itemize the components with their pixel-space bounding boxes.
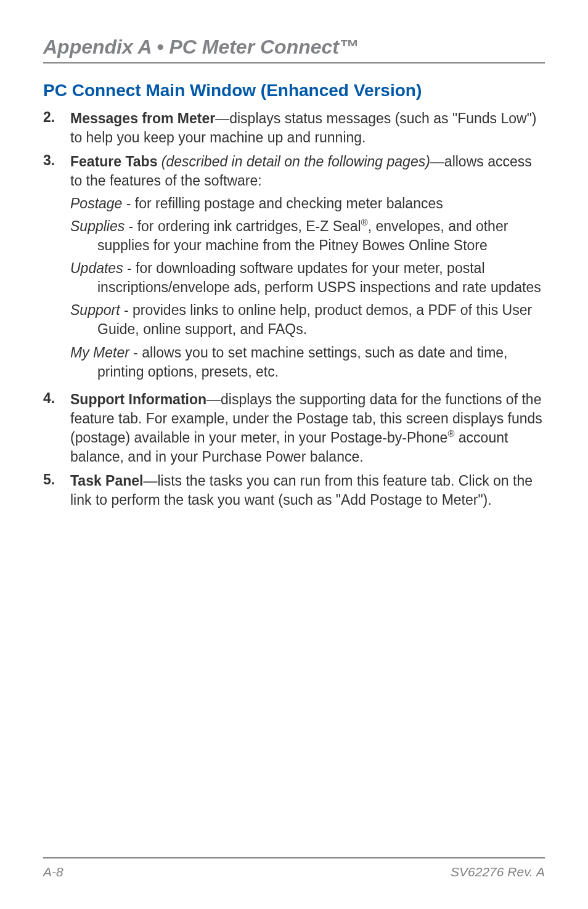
item-body: Task Panel—lists the tasks you can run f… xyxy=(70,471,545,510)
sub-term: Support xyxy=(70,302,120,318)
sub-desc: - provides links to online help, product… xyxy=(97,302,532,337)
item-number: 4. xyxy=(43,390,70,467)
sub-term: Supplies xyxy=(70,218,125,234)
page-footer: A-8 SV62276 Rev. A xyxy=(43,857,545,879)
list-item: 5. Task Panel—lists the tasks you can ru… xyxy=(43,471,545,510)
sub-desc: - for refilling postage and checking met… xyxy=(122,195,443,211)
list-item: 2. Messages from Meter—displays status m… xyxy=(43,109,545,147)
sub-item: Postage - for refilling postage and chec… xyxy=(70,194,545,213)
sub-term: Updates xyxy=(70,260,123,276)
sub-desc: - for downloading software updates for y… xyxy=(97,260,541,295)
page-number: A-8 xyxy=(43,865,63,879)
feature-list: 2. Messages from Meter—displays status m… xyxy=(43,109,545,510)
item-body: Support Information—displays the support… xyxy=(70,390,545,467)
item-body: Feature Tabs (described in detail on the… xyxy=(70,152,545,385)
sub-desc-before: - for ordering ink cartridges, E-Z Seal xyxy=(125,218,361,234)
sub-item: My Meter - allows you to set machine set… xyxy=(70,343,545,381)
sub-item: Updates - for downloading software updat… xyxy=(70,259,545,297)
registered-mark: ® xyxy=(361,218,368,228)
sub-desc: - allows you to set machine settings, su… xyxy=(97,344,508,380)
document-id: SV62276 Rev. A xyxy=(451,865,545,879)
appendix-header: Appendix A • PC Meter Connect™ xyxy=(43,36,545,59)
footer-row: A-8 SV62276 Rev. A xyxy=(43,865,545,879)
item-bold: Feature Tabs xyxy=(70,153,157,169)
item-body: Messages from Meter—displays status mess… xyxy=(70,109,545,147)
sub-item: Supplies - for ordering ink cartridges, … xyxy=(70,217,545,255)
item-bold: Task Panel xyxy=(70,473,143,489)
item-number: 5. xyxy=(43,471,70,510)
footer-divider xyxy=(43,857,545,858)
sub-term: My Meter xyxy=(70,344,129,361)
sub-item: Support - provides links to online help,… xyxy=(70,301,545,339)
item-bold: Messages from Meter xyxy=(70,110,215,126)
item-number: 2. xyxy=(43,109,70,147)
section-title: PC Connect Main Window (Enhanced Version… xyxy=(43,81,545,100)
item-bold: Support Information xyxy=(70,391,206,407)
registered-mark: ® xyxy=(447,428,454,439)
sub-term: Postage xyxy=(70,195,122,211)
item-number: 3. xyxy=(43,152,70,385)
list-item: 3. Feature Tabs (described in detail on … xyxy=(43,152,545,385)
list-item: 4. Support Information—displays the supp… xyxy=(43,390,545,467)
item-italic: (described in detail on the following pa… xyxy=(157,153,430,169)
header-divider xyxy=(43,62,545,63)
